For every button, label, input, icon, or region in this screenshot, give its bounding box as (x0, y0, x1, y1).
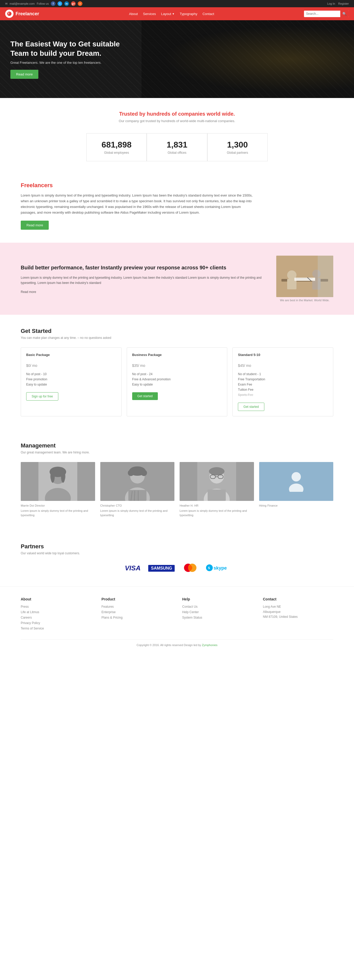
nav-about[interactable]: About (129, 12, 138, 16)
team-photo-heather (179, 462, 254, 501)
skype-logo: S skype (206, 564, 229, 573)
hero-sparks (141, 20, 354, 98)
linkedin-icon[interactable]: in (64, 1, 69, 6)
stat-number-employees: 681,898 (92, 140, 141, 150)
freelancers-section: Freelancers Lorem Ipsum is simply dummy … (0, 169, 354, 243)
business-cta-button[interactable]: Get started (132, 392, 158, 400)
team-card-heather: Heather H. HR Lorem ipsum is simply dumm… (179, 462, 254, 517)
footer-link-life[interactable]: Life at Litmus (21, 610, 39, 614)
dropdown-arrow: ▼ (172, 13, 175, 15)
stat-number-offices: 1,831 (152, 140, 202, 150)
stat-label-partners: Global partners (213, 151, 262, 154)
footer-link-careers[interactable]: Careers (21, 616, 32, 619)
nav-links: About Services Layout ▼ Typography Conta… (129, 12, 214, 16)
hiring-person-icon (289, 471, 304, 492)
standard-cta-button[interactable]: Get started (238, 402, 264, 411)
stat-label-offices: Global offices (152, 151, 202, 154)
rss-icon[interactable]: r (78, 1, 83, 6)
nav-contact[interactable]: Contact (202, 12, 214, 16)
team-photo-christopher (100, 462, 175, 501)
svg-point-34 (209, 467, 224, 476)
footer-link-enterprise[interactable]: Enterprise (102, 610, 116, 614)
team-desc-christopher: Lorem ipsum is simply dummy text of the … (100, 509, 175, 517)
stat-employees: 681,898 Global employees (86, 133, 147, 161)
footer-product-title: Product (102, 597, 172, 601)
facebook-icon[interactable]: f (51, 1, 56, 6)
person-svg-christopher (100, 462, 175, 501)
svg-point-40 (289, 484, 303, 492)
navbar: F Freelancer About Services Layout ▼ Typ… (0, 7, 354, 20)
feature-item: Free Transportation (238, 377, 328, 382)
visa-logo: VISA (125, 564, 141, 572)
footer-address: Long Ave NE Albuquerque NM 87109, United… (263, 605, 333, 619)
pricing-business-name: Business Package (132, 353, 222, 357)
topbar-right: Log In Register (327, 2, 349, 5)
team-desc-marrie: Lorem ipsum is simply dummy text of the … (21, 509, 95, 517)
partners-logos: VISA SAMSUNG S skype (21, 563, 333, 573)
feature-item: No of student - 1 (238, 372, 328, 377)
pink-image-wrap: We are best in the Market. World Wide. (276, 256, 333, 302)
footer-help-title: Help (182, 597, 253, 601)
footer-link-contact-us[interactable]: Contact Us (182, 605, 197, 608)
stats-row: 681,898 Global employees 1,831 Global of… (86, 133, 268, 161)
footer-link-press[interactable]: Press (21, 605, 29, 608)
footer-link-terms[interactable]: Terms of Service (21, 627, 44, 630)
stat-number-partners: 1,300 (213, 140, 262, 150)
hero-cta-button[interactable]: Read more (10, 70, 38, 79)
team-row: Marrie Doi Director Lorem ipsum is simpl… (21, 462, 333, 517)
basic-cta-button[interactable]: Sign up for free (26, 392, 58, 401)
pink-read-more-link[interactable]: Read more (21, 290, 36, 294)
pricing-basic-price: $0/ mo (26, 360, 116, 369)
pricing-card-business: Business Package $35/ mo No of post - 24… (127, 347, 227, 416)
pricing-card-basic: Basic Package $0/ mo No of post - 10 Fre… (21, 347, 122, 416)
pink-content: Build better performance, faster Instant… (21, 264, 266, 294)
svg-point-39 (292, 472, 301, 482)
footer-col-help: Help Contact Us Help Center System Statu… (182, 597, 253, 632)
nav-layout[interactable]: Layout ▼ (161, 12, 175, 16)
search-input[interactable] (304, 11, 340, 17)
feature-item: No of post - 10 (26, 372, 116, 377)
hiring-silhouette (259, 462, 333, 501)
freelancers-read-more-button[interactable]: Read more (21, 221, 49, 230)
social-icons: f t in g+ r (51, 1, 83, 6)
nav-typography[interactable]: Typography (180, 12, 197, 16)
googleplus-icon[interactable]: g+ (71, 1, 76, 6)
footer-link-help-center[interactable]: Help Center (182, 610, 199, 614)
team-card-marrie: Marrie Doi Director Lorem ipsum is simpl… (21, 462, 95, 517)
pricing-card-standard: Standard 5-10 $45/ mo No of student - 1 … (232, 347, 333, 416)
footer-col-contact: Contact Long Ave NE Albuquerque NM 87109… (263, 597, 333, 632)
pricing-basic-features: No of post - 10 Free promotion Easy to u… (26, 372, 116, 387)
register-link[interactable]: Register (338, 2, 349, 5)
login-link[interactable]: Log In (327, 2, 335, 5)
footer-link-privacy[interactable]: Privacy Policy (21, 621, 40, 625)
footer-link-features[interactable]: Features (102, 605, 114, 608)
samsung-logo: SAMSUNG (148, 565, 175, 572)
pricing-business-price: $35/ mo (132, 360, 222, 369)
footer-link-system-status[interactable]: System Status (182, 616, 202, 619)
footer-copyright: Copyright © 2016. All rights reserved De… (137, 643, 201, 647)
hero-title: The Easiest Way to Get suitable Team to … (10, 40, 140, 58)
feature-item-strikethrough: Sports Fee (238, 392, 328, 398)
person-svg-heather (179, 462, 254, 501)
footer-product-links: Features Enterprise Plans & Pricing (102, 605, 172, 619)
team-name-heather: Heather H. HR (179, 503, 254, 508)
footer-designer-link[interactable]: Zymphonies (202, 643, 217, 647)
footer-columns: About Press Life at Litmus Careers Priva… (21, 597, 333, 632)
footer-help-links: Contact Us Help Center System Status (182, 605, 253, 619)
topbar-email: mail@example.com (10, 2, 35, 5)
twitter-icon[interactable]: t (57, 1, 62, 6)
stat-offices: 1,831 Global offices (147, 133, 207, 161)
email-icon: ✉ (5, 2, 8, 5)
skype-svg: S skype (206, 564, 229, 572)
footer-link-plans[interactable]: Plans & Pricing (102, 616, 122, 619)
topbar-left: ✉ mail@example.com Follow us f t in g+ r (5, 1, 83, 6)
svg-text:skype: skype (214, 565, 227, 571)
meeting-image (276, 256, 333, 297)
pricing-standard-features: No of student - 1 Free Transportation Ex… (238, 372, 328, 398)
svg-text:S: S (208, 566, 210, 570)
team-photo-hiring (259, 462, 333, 501)
nav-services[interactable]: Services (143, 12, 156, 16)
hero-subtitle: Great Freelancers. We are the one of the… (10, 60, 140, 65)
svg-point-26 (138, 467, 143, 473)
search-button[interactable]: 🔍 (340, 11, 349, 17)
